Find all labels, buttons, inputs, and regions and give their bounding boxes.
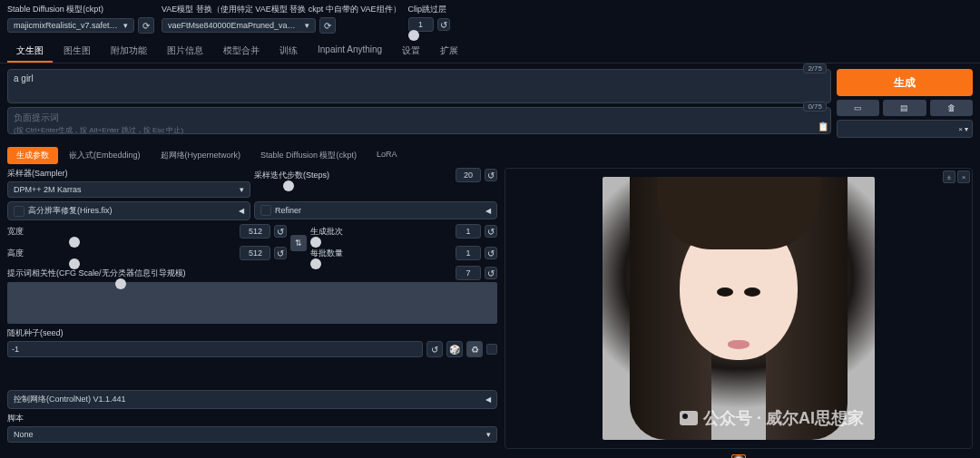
styles-dropdown[interactable]: × ▾ <box>837 120 973 138</box>
batch-size-reset[interactable]: ↺ <box>485 247 497 259</box>
width-input[interactable] <box>240 224 270 239</box>
tab-img2img[interactable]: 图生图 <box>54 41 100 63</box>
negative-prompt-input[interactable]: 0/75 负面提示词 (按 Ctrl+Enter生成，按 Alt+Enter 跳… <box>7 107 831 134</box>
chevron-down-icon: ▾ <box>965 125 968 133</box>
clip-reset-button[interactable]: ↺ <box>437 18 450 31</box>
tool-button-3[interactable]: 🗑 <box>930 100 973 116</box>
chevron-down-icon: ▾ <box>486 430 491 439</box>
width-label: 宽度 <box>7 226 236 238</box>
tab-extensions[interactable]: 扩展 <box>431 41 467 63</box>
hires-fix-accordion[interactable]: 高分辨率修复(Hires.fix) ◀ <box>7 201 250 220</box>
seed-reset-button[interactable]: ↺ <box>426 341 443 357</box>
inner-tab-embedding[interactable]: 嵌入式(Embedding) <box>60 147 150 164</box>
sd-model-label: Stable Diffusion 模型(ckpt) <box>7 4 154 15</box>
chevron-down-icon: ▾ <box>240 185 244 194</box>
tab-extras[interactable]: 附加功能 <box>102 41 156 63</box>
swap-dimensions-button[interactable]: ⇅ <box>290 235 307 251</box>
triangle-left-icon: ◀ <box>485 395 491 404</box>
paste-icon[interactable]: 📋 <box>818 122 828 132</box>
batch-size-label: 每批数量 <box>310 248 452 259</box>
seed-dice-button[interactable]: 🎲 <box>446 341 463 357</box>
tab-train[interactable]: 训练 <box>270 41 307 63</box>
inner-tabs: 生成参数 嵌入式(Embedding) 超网络(Hypernetwork) St… <box>0 147 980 164</box>
seed-reuse-button[interactable]: ♻ <box>466 341 483 357</box>
img-prev-button[interactable]: ± <box>943 171 956 183</box>
tool-button-1[interactable]: ▭ <box>837 100 879 116</box>
tab-txt2img[interactable]: 文生图 <box>7 41 53 63</box>
refresh-vae-button[interactable]: ⟳ <box>319 17 336 34</box>
height-label: 高度 <box>7 248 236 259</box>
seed-input[interactable] <box>7 341 423 357</box>
script-dropdown[interactable]: None▾ <box>7 426 497 443</box>
script-label: 脚本 <box>7 413 497 424</box>
tab-inpaint-anything[interactable]: Inpaint Anything <box>309 41 391 63</box>
inner-tab-checkpoint[interactable]: Stable Diffusion 模型(ckpt) <box>251 147 366 164</box>
output-thumbnail[interactable] <box>731 454 746 458</box>
main-tabs: 文生图 图生图 附加功能 图片信息 模型合并 训练 Inpaint Anythi… <box>0 37 980 63</box>
steps-label: 采样迭代步数(Steps) <box>254 170 452 181</box>
steps-reset[interactable]: ↺ <box>485 169 497 181</box>
cfg-input[interactable] <box>456 266 481 280</box>
close-icon[interactable]: × <box>958 125 963 133</box>
inner-tab-generation[interactable]: 生成参数 <box>7 147 58 164</box>
generate-button[interactable]: 生成 <box>837 69 973 96</box>
batch-count-input[interactable] <box>456 224 481 239</box>
sampler-dropdown[interactable]: DPM++ 2M Karras▾ <box>7 181 250 198</box>
chevron-down-icon: ▾ <box>305 21 309 30</box>
cfg-reset[interactable]: ↺ <box>485 267 497 279</box>
refiner-accordion[interactable]: Refiner ◀ <box>254 201 497 219</box>
seed-label: 随机种子(seed) <box>7 327 497 339</box>
sd-model-dropdown[interactable]: majicmixRealistic_v7.safetensors [7c819b… <box>7 18 134 33</box>
vae-label: VAE模型 替换（使用特定 VAE模型 替换 ckpt 中自带的 VAE组件） <box>162 4 401 15</box>
prompt-input[interactable]: 2/75 a girl <box>7 69 831 103</box>
height-reset[interactable]: ↺ <box>274 247 287 259</box>
prompt-counter: 2/75 <box>803 63 827 73</box>
refiner-checkbox[interactable] <box>260 205 271 216</box>
tab-pnginfo[interactable]: 图片信息 <box>158 41 212 63</box>
batch-count-reset[interactable]: ↺ <box>485 225 497 238</box>
chevron-down-icon: ▾ <box>123 21 128 30</box>
sampler-label: 采样器(Sampler) <box>7 168 250 180</box>
height-input[interactable] <box>240 246 270 260</box>
inner-tab-lora[interactable]: LoRA <box>368 147 407 164</box>
tool-button-2[interactable]: ▤ <box>883 100 926 116</box>
batch-count-label: 生成批次 <box>310 226 452 238</box>
batch-size-input[interactable] <box>456 246 481 260</box>
clip-skip-label: Clip跳过层 <box>408 4 508 15</box>
output-image-container: ± × 公众号 · 威尔AI思想家 <box>505 168 973 449</box>
seed-extra-checkbox[interactable] <box>486 344 497 355</box>
vae-dropdown[interactable]: vaeFtMse840000EmaPruned_vae.safetensors▾ <box>162 18 316 33</box>
tab-merge[interactable]: 模型合并 <box>214 41 269 63</box>
watermark: 公众号 · 威尔AI思想家 <box>680 407 864 429</box>
controlnet-accordion[interactable]: 控制网络(ControlNet) V1.1.441 ◀ <box>7 390 497 409</box>
output-image[interactable]: 公众号 · 威尔AI思想家 <box>603 177 875 440</box>
hires-checkbox[interactable] <box>14 206 24 217</box>
img-close-button[interactable]: × <box>957 171 970 183</box>
neg-prompt-counter: 0/75 <box>803 102 827 112</box>
inner-tab-hypernetwork[interactable]: 超网络(Hypernetwork) <box>152 147 250 164</box>
triangle-left-icon: ◀ <box>485 207 491 215</box>
width-reset[interactable]: ↺ <box>274 225 287 238</box>
triangle-left-icon: ◀ <box>239 207 244 215</box>
cfg-slider[interactable] <box>7 282 497 324</box>
steps-input[interactable] <box>456 168 481 182</box>
refresh-sd-model-button[interactable]: ⟳ <box>138 17 154 34</box>
tab-settings[interactable]: 设置 <box>393 41 429 63</box>
wechat-icon <box>680 411 698 425</box>
